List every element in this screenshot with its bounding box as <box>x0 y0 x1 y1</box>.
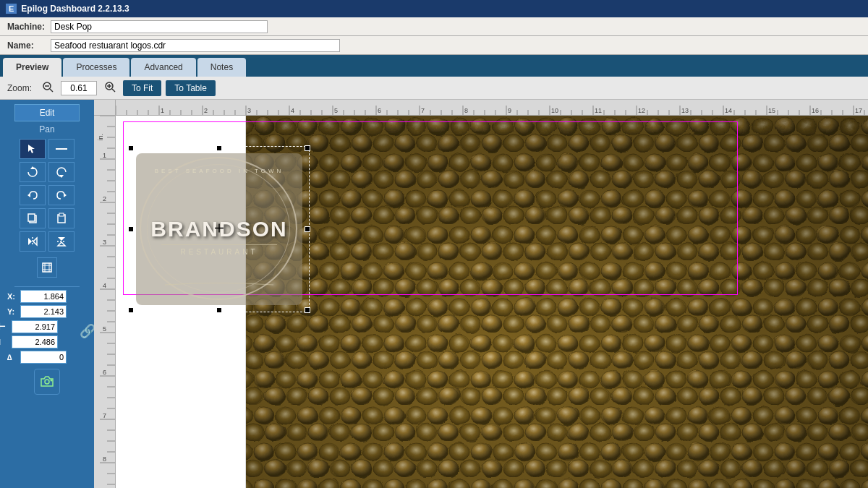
coord-h-row: I <box>0 335 78 348</box>
name-label: Name: <box>7 40 51 51</box>
flip-h-button[interactable] <box>20 231 46 252</box>
lock-proportions-button[interactable]: 🔗 <box>80 323 95 339</box>
svg-marker-18 <box>28 238 32 245</box>
undo-button[interactable] <box>20 185 46 205</box>
tool-row-4 <box>20 208 75 228</box>
name-row: Name: <box>0 36 868 55</box>
h-input[interactable] <box>12 335 58 348</box>
title-bar: E Epilog Dashboard 2.2.13.3 <box>0 0 868 17</box>
to-table-button[interactable]: To Table <box>166 80 215 96</box>
wh-lock-group: ⊢ I 🔗 <box>0 320 95 351</box>
tool-row-1 <box>20 139 75 159</box>
flip-v-button[interactable] <box>48 231 75 252</box>
tab-notes[interactable]: Notes <box>197 58 246 77</box>
svg-marker-12 <box>27 193 30 197</box>
left-panel: Edit Pan <box>0 100 94 488</box>
tool-row-5 <box>20 231 75 252</box>
svg-marker-21 <box>58 237 65 241</box>
y-label: Y: <box>7 307 17 316</box>
tab-processes[interactable]: Processes <box>63 58 129 77</box>
svg-line-6 <box>112 89 115 92</box>
to-fit-button[interactable]: To Fit <box>123 80 161 96</box>
svg-marker-23 <box>58 242 65 246</box>
camera-button[interactable] <box>34 369 60 395</box>
zoom-out-button[interactable] <box>39 80 56 96</box>
copy-tool-button[interactable] <box>20 208 46 228</box>
angle-input[interactable] <box>20 351 67 364</box>
zoom-in-button[interactable] <box>101 80 119 96</box>
ruler-corner <box>94 100 116 116</box>
handle-bot-left[interactable] <box>128 307 134 313</box>
svg-line-2 <box>50 89 53 92</box>
machine-input[interactable] <box>51 20 268 33</box>
coord-y-row: Y: <box>7 305 87 318</box>
coord-x-row: X: <box>7 290 87 303</box>
angle-row: ∆ <box>7 351 87 364</box>
machine-label: Machine: <box>7 22 51 32</box>
rotate2-tool-button[interactable] <box>48 162 75 182</box>
logo-element[interactable]: BEST SEAFOOD IN TOWN BRANDSON RESTAURANT <box>129 146 310 312</box>
rotate-tool-button[interactable] <box>20 162 46 182</box>
ruler-vertical: in. <box>94 116 116 488</box>
svg-marker-7 <box>28 145 35 153</box>
x-label: X: <box>7 292 17 301</box>
name-input[interactable] <box>51 39 340 52</box>
app-title: Epilog Dashboard 2.2.13.3 <box>21 4 129 14</box>
svg-rect-15 <box>28 214 35 221</box>
handle-mid-right[interactable] <box>305 226 310 232</box>
logo-selection-border <box>129 146 310 312</box>
select-tool-button[interactable] <box>20 139 46 159</box>
svg-rect-17 <box>59 213 64 216</box>
tool-row-3 <box>20 185 75 205</box>
separator-1 <box>14 286 80 287</box>
coord-w-row: ⊢ <box>0 320 78 333</box>
svg-point-29 <box>45 380 49 384</box>
main-area: Edit Pan <box>0 100 868 488</box>
wh-inputs: ⊢ I <box>0 320 78 351</box>
svg-marker-20 <box>33 238 37 245</box>
angle-label: ∆ <box>7 353 17 361</box>
app-icon: E <box>6 4 17 14</box>
handle-top-left[interactable] <box>128 145 134 151</box>
handle-top-right[interactable] <box>305 145 310 151</box>
toolbar-row: Zoom: To Fit To Table <box>0 77 868 100</box>
svg-marker-13 <box>64 193 67 197</box>
machine-row: Machine: <box>0 17 868 36</box>
units-label: in. <box>97 134 104 141</box>
handle-bot-mid[interactable] <box>216 307 222 313</box>
svg-point-30 <box>51 380 53 382</box>
work-surface[interactable]: BEST SEAFOOD IN TOWN BRANDSON RESTAURANT <box>116 116 868 488</box>
y-input[interactable] <box>20 305 67 318</box>
pan-label: Pan <box>39 124 54 134</box>
w-input[interactable] <box>12 320 58 333</box>
grid-tool-row <box>37 257 57 281</box>
tool-row-2 <box>20 162 75 182</box>
w-label: ⊢ <box>0 322 9 332</box>
zoom-value-input[interactable] <box>61 81 97 95</box>
handle-mid-left[interactable] <box>128 226 134 232</box>
redo-button[interactable] <box>48 185 75 205</box>
h-label: I <box>0 338 9 346</box>
grid-button[interactable] <box>37 257 57 278</box>
x-input[interactable] <box>20 290 67 303</box>
svg-rect-28 <box>43 263 51 272</box>
line-tool-button[interactable] <box>48 139 75 159</box>
edit-button[interactable]: Edit <box>14 104 80 121</box>
tab-preview[interactable]: Preview <box>3 58 61 77</box>
zoom-label: Zoom: <box>7 83 32 93</box>
canvas-area[interactable]: in. <box>94 100 868 488</box>
ruler-horizontal <box>116 100 868 116</box>
handle-top-mid[interactable] <box>216 145 222 151</box>
paste-tool-button[interactable] <box>48 208 75 228</box>
handle-bot-right[interactable] <box>305 307 310 313</box>
tab-bar: Preview Processes Advanced Notes <box>0 55 868 77</box>
tab-advanced[interactable]: Advanced <box>131 58 195 77</box>
